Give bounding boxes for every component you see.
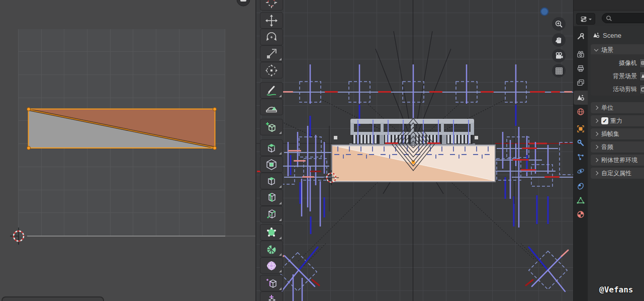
shrink-fatten-icon <box>265 293 278 301</box>
panel-label: 场景 <box>601 46 613 54</box>
output-printer-icon <box>577 64 585 72</box>
active-clip-row: 活动剪辑 <box>597 85 644 94</box>
clip-small-icon <box>641 86 644 92</box>
search-icon <box>606 15 612 22</box>
left-viewport[interactable] <box>0 0 256 301</box>
breadcrumb: Scene <box>593 30 621 40</box>
tab-scene[interactable] <box>574 91 588 105</box>
panel-header-gravity[interactable]: ✓ 重力 <box>591 115 644 126</box>
panel-header-units[interactable]: 单位 <box>591 102 644 113</box>
object-origin <box>412 161 415 164</box>
chevron-down-icon <box>589 19 592 20</box>
transform-icon <box>265 64 278 77</box>
panel-header-rigid-body-world[interactable]: 刚体世界环境 <box>591 155 644 166</box>
panel-label: 刚体世界环境 <box>601 156 637 165</box>
tool-rotate[interactable] <box>260 29 283 45</box>
tab-render[interactable] <box>574 47 588 61</box>
camera-view-gizmo[interactable] <box>552 49 566 62</box>
tool-edge-slide[interactable] <box>260 275 283 291</box>
nav-axis-gizmo-partial[interactable] <box>539 6 550 17</box>
properties-header <box>574 11 644 26</box>
properties-search-input[interactable] <box>602 13 644 23</box>
cursor-icon <box>265 0 278 9</box>
panel-header-keying-sets[interactable]: 插帧集 <box>591 128 644 139</box>
tab-modifiers[interactable] <box>574 136 588 150</box>
mesh-slab[interactable] <box>331 145 495 182</box>
tab-world[interactable] <box>574 105 588 119</box>
tool-knife[interactable] <box>260 206 283 222</box>
mesh-plane-uv[interactable] <box>27 108 217 150</box>
gravity-checkbox[interactable]: ✓ <box>601 117 608 124</box>
camera-field[interactable] <box>639 58 644 68</box>
annotate-icon <box>265 84 278 97</box>
panel-header-scene[interactable]: 场景 <box>591 44 644 55</box>
tool-spin[interactable] <box>260 241 283 257</box>
panel-label: 重力 <box>610 117 622 125</box>
tool-bevel[interactable] <box>260 173 283 189</box>
panel-header-custom-properties[interactable]: 自定义属性 <box>591 168 644 179</box>
hand-icon <box>555 36 564 45</box>
tab-object[interactable] <box>574 122 588 136</box>
tab-output[interactable] <box>574 61 588 76</box>
field-label: 背景场景 <box>597 72 637 81</box>
watermark: @Vefans <box>599 285 633 294</box>
render-icon <box>577 50 585 58</box>
ortho-grid-gizmo[interactable] <box>552 64 566 78</box>
zoom-gizmo[interactable] <box>552 17 566 31</box>
field-label: 活动剪辑 <box>597 85 637 94</box>
pan-gizmo[interactable] <box>552 33 566 47</box>
tool-transform[interactable] <box>260 62 283 79</box>
mesh-data-icon <box>577 196 585 204</box>
smooth-icon <box>265 259 278 272</box>
background-scene-field[interactable] <box>639 71 644 81</box>
tool-loop-cut[interactable] <box>260 189 283 206</box>
tab-object-data[interactable] <box>574 193 588 207</box>
tool-inset-faces[interactable] <box>260 156 283 173</box>
panel-label: 单位 <box>601 104 613 112</box>
properties-editor: Scene 场景 摄像机 背景场景 <box>573 0 644 301</box>
tool-smooth[interactable] <box>260 257 283 274</box>
tool-poly-build[interactable] <box>260 224 283 241</box>
mesh-colonnade[interactable] <box>334 119 478 147</box>
scene-small-icon <box>641 73 644 79</box>
rotate-icon <box>265 31 278 44</box>
tab-constraints[interactable] <box>574 179 588 193</box>
add-cube-icon <box>265 121 278 134</box>
knife-icon <box>265 208 278 221</box>
view-layer-icon <box>577 79 585 87</box>
left-viewport-overlay <box>0 0 256 301</box>
active-clip-field[interactable] <box>639 85 644 94</box>
inset-icon <box>265 158 278 171</box>
tab-tool[interactable] <box>574 29 588 43</box>
editor-type-button[interactable] <box>576 13 595 25</box>
tool-extrude-region[interactable] <box>260 139 283 156</box>
tool-annotate[interactable] <box>260 82 283 99</box>
camera-icon <box>555 51 564 60</box>
poly-build-icon <box>265 226 278 239</box>
tab-material[interactable] <box>574 207 588 221</box>
physics-icon <box>577 167 585 175</box>
tool-add-cube[interactable] <box>260 119 283 135</box>
properties-editor-icon <box>580 15 588 23</box>
left-viewport-gizmo-partial[interactable] <box>237 0 250 6</box>
edge-slide-icon <box>265 277 278 290</box>
tool-scale[interactable] <box>260 45 283 62</box>
tab-physics[interactable] <box>574 164 588 178</box>
tool-move[interactable] <box>260 12 283 29</box>
tool-measure[interactable] <box>260 99 283 115</box>
tool-shrink-fatten[interactable] <box>260 291 283 301</box>
camera-small-icon <box>641 60 644 66</box>
wrench-icon <box>577 139 585 147</box>
bones-light <box>288 64 548 301</box>
scene-breadcrumb-icon <box>593 32 600 39</box>
chevron-right-icon <box>594 145 598 149</box>
particles-icon <box>577 153 585 161</box>
collapsed-panel-stub[interactable] <box>2 297 104 301</box>
tool-icon <box>577 32 585 40</box>
tab-particles[interactable] <box>574 150 588 164</box>
tab-view-layer[interactable] <box>574 76 588 90</box>
panel-label: 自定义属性 <box>601 169 631 178</box>
panel-header-audio[interactable]: 音频 <box>591 141 644 153</box>
tool-cursor[interactable] <box>260 0 283 11</box>
chevron-right-icon <box>594 106 598 110</box>
